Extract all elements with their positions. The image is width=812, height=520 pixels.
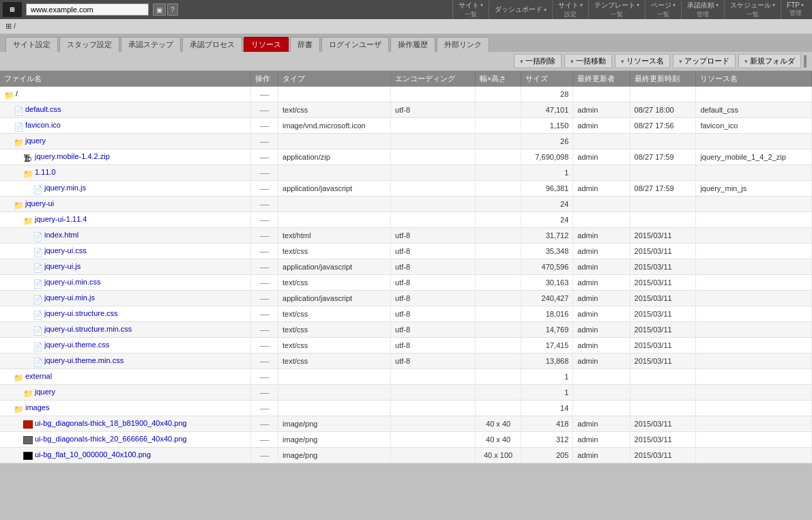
file-name-cell[interactable]: ui-bg_diagonals-thick_18_b81900_40x40.pn… — [0, 416, 251, 432]
file-name-cell[interactable]: 📄jquery-ui.min.js — [0, 291, 251, 306]
encoding-cell: utf-8 — [391, 228, 476, 244]
file-name-cell[interactable]: 📁1.11.0 — [0, 165, 251, 181]
upload-button[interactable]: ▾ アップロード — [673, 54, 736, 68]
file-name-text[interactable]: ui-bg_diagonals-thick_18_b81900_40x40.pn… — [35, 419, 187, 427]
action-bar: ▾ 一括削除 ▾ 一括移動 ▾ リソース名 ▾ アップロード ▾ 新規フォルダ — [0, 52, 812, 71]
file-name-text[interactable]: index.html — [44, 231, 78, 239]
tab-login-user[interactable]: ログインユーザ — [321, 37, 389, 52]
nav-template[interactable]: テンプレート▾ 一覧 — [588, 0, 645, 19]
nav-ftp[interactable]: FTP▾ 管理 — [781, 0, 809, 19]
table-row: 📄jquery-ui.css—text/cssutf-835,348admin2… — [0, 244, 812, 259]
resname-cell — [696, 385, 812, 401]
file-name-cell[interactable]: 📄jquery-ui.min.css — [0, 275, 251, 291]
nav-approval[interactable]: 承認依頼▾ 管理 — [681, 0, 724, 19]
encoding-cell — [391, 149, 476, 165]
resname-cell — [696, 87, 812, 102]
type-cell: image/vnd.microsoft.icon — [278, 118, 391, 134]
dimension-cell — [475, 275, 521, 291]
nav-dashboard[interactable]: ダッシュボード▾ — [489, 0, 552, 19]
updated-cell: 2015/03/11 — [630, 322, 696, 338]
resname-cell: jquery_mobile_1_4_2_zip — [696, 149, 812, 165]
file-name-text[interactable]: jquery-ui.js — [44, 262, 81, 270]
bulk-move-button[interactable]: ▾ 一括移動 — [564, 54, 612, 68]
file-name-cell[interactable]: 📄jquery-ui.css — [0, 244, 251, 259]
file-name-text[interactable]: jquery-ui-1.11.4 — [35, 215, 87, 223]
tab-approval-step[interactable]: 承認ステップ — [121, 37, 181, 52]
file-name-cell[interactable]: 📄jquery-ui.js — [0, 259, 251, 275]
file-name-text[interactable]: jquery-ui.structure.css — [44, 309, 118, 317]
file-name-cell[interactable]: 📄index.html — [0, 228, 251, 244]
file-name-text[interactable]: / — [16, 89, 18, 98]
file-name-text[interactable]: images — [25, 403, 49, 411]
type-cell: text/css — [278, 338, 391, 353]
new-folder-button[interactable]: ▾ 新規フォルダ — [738, 54, 801, 68]
updater-cell: admin — [573, 448, 630, 463]
nav-page[interactable]: ページ▾ 一覧 — [645, 0, 681, 19]
file-name-cell[interactable]: ui-bg_diagonals-thick_20_666666_40x40.pn… — [0, 432, 251, 448]
tab-operation-history[interactable]: 操作履歴 — [390, 37, 435, 52]
tab-staff-settings[interactable]: スタッフ設定 — [59, 37, 119, 52]
top-bar: ⊞ ▣ ? サイト▾ 一覧 ダッシュボード▾ サイト▾ 設定 テンプレート▾ 一… — [0, 0, 812, 19]
file-name-text[interactable]: jquery.min.js — [44, 184, 86, 192]
tab-resources[interactable]: リソース — [244, 37, 289, 52]
file-name-text[interactable]: jquery-ui.min.css — [44, 278, 101, 286]
tab-external-links[interactable]: 外部リンク — [437, 37, 489, 52]
file-name-text[interactable]: external — [25, 372, 52, 380]
file-name-text[interactable]: ui-bg_flat_10_000000_40x100.png — [35, 450, 151, 459]
resource-name-button[interactable]: ▾ リソース名 — [615, 54, 670, 68]
updater-cell: admin — [573, 306, 630, 322]
bulk-delete-button[interactable]: ▾ 一括削除 — [514, 54, 562, 68]
file-name-text[interactable]: jquery-ui.structure.min.css — [44, 325, 132, 333]
file-doc-icon: 📄 — [33, 232, 42, 240]
file-name-cell[interactable]: 📁/ — [0, 87, 251, 102]
window-icon-btn[interactable]: ▣ — [153, 3, 166, 16]
dimension-cell: 40 x 100 — [475, 448, 521, 463]
file-name-cell[interactable]: 📁jquery-ui-1.11.4 — [0, 212, 251, 228]
file-name-text[interactable]: jquery-ui.theme.css — [44, 341, 109, 349]
file-name-cell[interactable]: ui-bg_flat_10_000000_40x100.png — [0, 448, 251, 463]
file-name-cell[interactable]: 📄default.css — [0, 102, 251, 118]
file-name-text[interactable]: jquery — [35, 388, 55, 396]
file-name-text[interactable]: jquery.mobile-1.4.2.zip — [35, 152, 110, 160]
file-name-text[interactable]: ui-bg_diagonals-thick_20_666666_40x40.pn… — [35, 435, 187, 443]
file-name-cell[interactable]: 📄favicon.ico — [0, 118, 251, 134]
tab-dictionary[interactable]: 辞書 — [290, 37, 320, 52]
file-name-text[interactable]: 1.11.0 — [35, 168, 56, 176]
file-name-cell[interactable]: 📁images — [0, 401, 251, 416]
tab-site-settings[interactable]: サイト設定 — [5, 37, 58, 52]
file-name-text[interactable]: jquery — [25, 136, 46, 145]
op-dash: — — [260, 356, 270, 366]
file-name-cell[interactable]: 🗜jquery.mobile-1.4.2.zip — [0, 149, 251, 165]
updated-cell — [630, 385, 696, 401]
help-icon-btn[interactable]: ? — [167, 3, 178, 16]
updater-cell: admin — [573, 322, 630, 338]
dimension-cell — [475, 338, 521, 353]
file-name-cell[interactable]: 📁jquery — [0, 134, 251, 149]
file-name-cell[interactable]: 📄jquery-ui.structure.css — [0, 306, 251, 322]
file-name-text[interactable]: jquery-ui — [25, 199, 54, 207]
file-name-text[interactable]: jquery-ui.theme.min.css — [44, 356, 124, 364]
file-name-cell[interactable]: 📄jquery-ui.theme.css — [0, 338, 251, 353]
file-name-cell[interactable]: 📄jquery.min.js — [0, 181, 251, 197]
url-input[interactable] — [26, 3, 149, 16]
folder-icon: 📁 — [23, 216, 33, 225]
op-dash: — — [260, 120, 270, 131]
file-name-text[interactable]: jquery-ui.css — [44, 246, 87, 255]
file-name-cell[interactable]: 📄jquery-ui.theme.min.css — [0, 353, 251, 369]
file-name-text[interactable]: favicon.ico — [25, 121, 61, 129]
nav-schedule[interactable]: スケジュール▾ 一覧 — [724, 0, 781, 19]
nav-dashboard-label: ダッシュボード — [495, 5, 542, 14]
nav-site-settings[interactable]: サイト▾ 設定 — [552, 0, 588, 19]
file-name-text[interactable]: default.css — [25, 105, 61, 113]
file-name-text[interactable]: jquery-ui.min.js — [44, 293, 95, 302]
file-name-cell[interactable]: 📁jquery-ui — [0, 197, 251, 212]
resname-cell: favicon_ico — [696, 118, 812, 134]
file-name-cell[interactable]: 📁external — [0, 369, 251, 385]
tab-approval-process[interactable]: 承認プロセス — [182, 37, 242, 52]
image-black-icon — [23, 452, 33, 460]
resname-cell — [696, 369, 812, 385]
bulk-move-label: 一括移動 — [576, 56, 606, 66]
nav-site-list[interactable]: サイト▾ 一覧 — [452, 0, 489, 19]
file-name-cell[interactable]: 📄jquery-ui.structure.min.css — [0, 322, 251, 338]
file-name-cell[interactable]: 📁jquery — [0, 385, 251, 401]
